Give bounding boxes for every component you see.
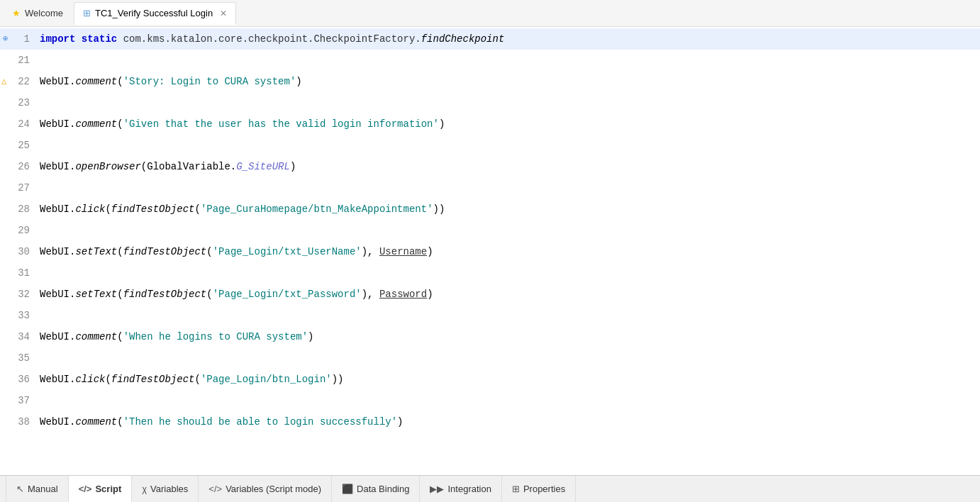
code-line-23: 23 [0, 92, 980, 113]
warning-icon: △ [1, 71, 6, 92]
bottom-tab-label-integration: Integration [447, 484, 491, 494]
grid-icon: ⊞ [512, 484, 520, 494]
code-line-1: ⊕1import static com.kms.katalon.core.che… [0, 28, 980, 50]
code-area: ⊕1import static com.kms.katalon.core.che… [0, 27, 980, 475]
line-number-35: 35 [0, 347, 37, 369]
tab-tc1-label: TC1_Verify Successful Login [95, 8, 213, 18]
line-content-24: WebUI.comment('Given that the user has t… [37, 113, 980, 135]
bottom-tab-label-variables-script: Variables (Script mode) [225, 484, 321, 494]
code-line-36: 36WebUI.click(findTestObject('Page_Login… [0, 369, 980, 390]
code-line-27: 27 [0, 177, 980, 199]
code-line-32: 32WebUI.setText(findTestObject('Page_Log… [0, 284, 980, 305]
line-content-34: WebUI.comment('When he logins to CURA sy… [37, 326, 980, 347]
line-number-36: 36 [0, 369, 37, 390]
grid-icon: ⊞ [83, 8, 91, 18]
code-line-21: 21 [0, 50, 980, 71]
close-icon[interactable]: ✕ [220, 9, 227, 18]
line-content-22: WebUI.comment('Story: Login to CURA syst… [37, 71, 980, 92]
code-line-28: 28WebUI.click(findTestObject('Page_CuraH… [0, 199, 980, 220]
line-content-28: WebUI.click(findTestObject('Page_CuraHom… [37, 199, 980, 220]
line-number-28: 28 [0, 199, 37, 220]
bottom-tab-manual[interactable]: ↖Manual [6, 476, 69, 503]
bottom-tab-label-data-binding: Data Binding [357, 484, 409, 494]
bottom-tab-label-properties: Properties [523, 484, 565, 494]
tab-welcome-label: Welcome [25, 8, 63, 18]
line-number-26: 26 [0, 156, 37, 177]
code-line-30: 30WebUI.setText(findTestObject('Page_Log… [0, 241, 980, 262]
line-content-38: WebUI.comment('Then he should be able to… [37, 411, 980, 433]
line-number-27: 27 [0, 177, 37, 199]
line-number-1: ⊕1 [0, 28, 37, 50]
code-line-34: 34WebUI.comment('When he logins to CURA … [0, 326, 980, 347]
line-number-25: 25 [0, 135, 37, 156]
bottom-tab-script[interactable]: </>Script [69, 476, 133, 503]
x-var-icon: χ [142, 484, 147, 494]
tab-bar: ★ Welcome ⊞ TC1_Verify Successful Login … [0, 0, 980, 27]
bottom-tab-label-variables: Variables [150, 484, 188, 494]
code-line-29: 29 [0, 220, 980, 241]
line-content-26: WebUI.openBrowser(GlobalVariable.G_SiteU… [37, 156, 980, 177]
line-number-31: 31 [0, 262, 37, 284]
line-content-1: import static com.kms.katalon.core.check… [37, 28, 980, 50]
code-line-35: 35 [0, 347, 980, 369]
line-number-37: 37 [0, 390, 37, 411]
fold-icon[interactable]: ⊕ [3, 28, 8, 50]
line-number-34: 34 [0, 326, 37, 347]
code-line-25: 25 [0, 135, 980, 156]
code-line-22: △22WebUI.comment('Story: Login to CURA s… [0, 71, 980, 92]
code-line-38: 38WebUI.comment('Then he should be able … [0, 411, 980, 433]
bottom-tab-properties[interactable]: ⊞Properties [502, 476, 576, 503]
bottom-tab-variables[interactable]: χVariables [132, 476, 199, 503]
line-content-36: WebUI.click(findTestObject('Page_Login/b… [37, 369, 980, 390]
line-content-30: WebUI.setText(findTestObject('Page_Login… [37, 241, 980, 262]
code-icon: </> [208, 484, 222, 494]
code-line-37: 37 [0, 390, 980, 411]
star-icon: ★ [12, 8, 21, 18]
line-content-32: WebUI.setText(findTestObject('Page_Login… [37, 284, 980, 305]
bottom-tab-bar: ↖Manual</>ScriptχVariables</>Variables (… [0, 475, 980, 502]
code-line-26: 26WebUI.openBrowser(GlobalVariable.G_Sit… [0, 156, 980, 177]
cursor-icon: ↖ [16, 484, 24, 494]
code-line-31: 31 [0, 262, 980, 284]
bottom-tab-variables-script[interactable]: </>Variables (Script mode) [199, 476, 332, 503]
bottom-tab-label-manual: Manual [28, 484, 58, 494]
line-number-33: 33 [0, 305, 37, 326]
code-icon: </> [79, 484, 92, 494]
line-number-29: 29 [0, 220, 37, 241]
tab-tc1[interactable]: ⊞ TC1_Verify Successful Login ✕ [74, 2, 236, 25]
bottom-tab-integration[interactable]: ▶▶Integration [420, 476, 501, 503]
line-number-21: 21 [0, 50, 37, 71]
code-editor: ⊕1import static com.kms.katalon.core.che… [0, 27, 980, 475]
line-number-38: 38 [0, 411, 37, 433]
line-number-32: 32 [0, 284, 37, 305]
tab-welcome[interactable]: ★ Welcome [3, 2, 72, 25]
code-line-24: 24WebUI.comment('Given that the user has… [0, 113, 980, 135]
line-number-24: 24 [0, 113, 37, 135]
line-number-30: 30 [0, 241, 37, 262]
bottom-tab-data-binding[interactable]: ⬛Data Binding [332, 476, 420, 503]
integration-icon: ▶▶ [430, 484, 444, 494]
code-line-33: 33 [0, 305, 980, 326]
line-number-23: 23 [0, 92, 37, 113]
line-number-22: △22 [0, 71, 37, 92]
bottom-tab-label-script: Script [95, 484, 121, 494]
db-icon: ⬛ [342, 484, 353, 494]
